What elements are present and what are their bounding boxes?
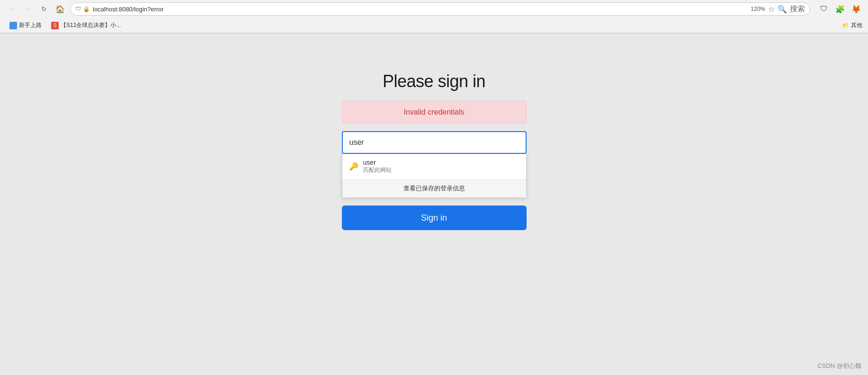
autocomplete-manage[interactable]: 查看已保存的登录信息 [342, 179, 526, 197]
back-button[interactable]: ← [6, 3, 18, 15]
address-bar[interactable]: 🛡 🔒 120% ☆ 🔍 搜索 [70, 2, 810, 16]
error-banner: Invalid credentials [342, 101, 527, 124]
bookmark-favicon-1 [9, 22, 17, 29]
search-label: 搜索 [790, 4, 805, 14]
bookmark-other[interactable]: 📁 其他 [842, 21, 862, 29]
profile-icon[interactable]: 🛡 [818, 3, 830, 15]
bookmarks-bar: 新手上路 S 【S11全球总决赛】小... 📁 其他 [0, 18, 868, 33]
address-bar-right-icons: 120% ☆ 🔍 搜索 [751, 4, 805, 14]
page-title: Please sign in [383, 71, 485, 91]
autocomplete-item-text: user 匹配此网站 [363, 159, 392, 174]
watermark: CSDN @初心魏 [817, 362, 861, 370]
search-icon[interactable]: 🔍 [778, 5, 787, 14]
zoom-level: 120% [751, 6, 765, 12]
bookmark-s11[interactable]: S 【S11全球总决赛】小... [47, 20, 125, 30]
url-input[interactable] [93, 6, 748, 13]
bookmark-new-user[interactable]: 新手上路 [6, 20, 45, 30]
watermark-text: CSDN @初心魏 [817, 362, 861, 369]
extensions-icon[interactable]: 🧩 [834, 3, 846, 15]
bookmark-other-label: 其他 [851, 21, 862, 29]
address-bar-security-icons: 🛡 🔒 [75, 6, 90, 12]
folder-icon: 📁 [842, 22, 849, 29]
autocomplete-manage-label: 查看已保存的登录信息 [403, 184, 465, 193]
error-message: Invalid credentials [403, 108, 464, 116]
toolbar-right: 🛡 🧩 🦊 [818, 3, 862, 15]
bookmark-s11-label: 【S11全球总决赛】小... [61, 21, 121, 29]
sign-in-container: Please sign in Invalid credentials 🔑 use… [340, 71, 529, 230]
home-button[interactable]: 🏠 [54, 3, 66, 15]
lock-icon: 🔒 [83, 6, 90, 12]
autocomplete-dropdown: 🔑 user 匹配此网站 查看已保存的登录信息 [342, 154, 527, 198]
browser-chrome: ← → ↻ 🏠 🛡 🔒 120% ☆ 🔍 搜索 🛡 🧩 🦊 [0, 0, 868, 34]
refresh-button[interactable]: ↻ [38, 3, 50, 15]
bookmark-favicon-2: S [51, 22, 59, 29]
star-icon[interactable]: ☆ [768, 5, 775, 14]
autocomplete-username: user [363, 159, 392, 166]
page-content: Please sign in Invalid credentials 🔑 use… [0, 34, 868, 375]
username-input[interactable] [342, 131, 527, 154]
browser-toolbar: ← → ↻ 🏠 🛡 🔒 120% ☆ 🔍 搜索 🛡 🧩 🦊 [0, 0, 868, 18]
user-avatar[interactable]: 🦊 [850, 3, 862, 15]
key-icon: 🔑 [349, 162, 358, 171]
forward-button[interactable]: → [22, 3, 34, 15]
bookmark-new-user-label: 新手上路 [19, 21, 42, 29]
autocomplete-user-item[interactable]: 🔑 user 匹配此网站 [342, 154, 526, 179]
sign-in-button[interactable]: Sign in [342, 205, 527, 230]
shield-icon: 🛡 [75, 6, 81, 12]
autocomplete-subtitle: 匹配此网站 [363, 166, 392, 174]
